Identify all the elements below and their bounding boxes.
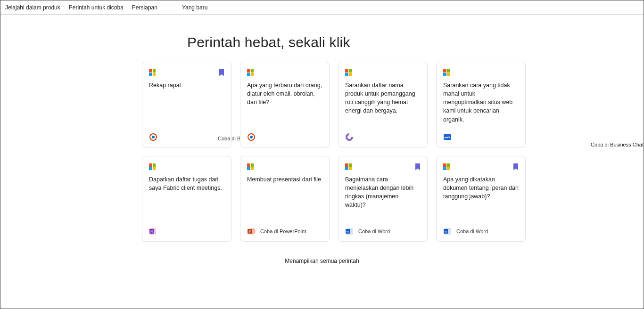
word-icon: W	[443, 227, 452, 236]
svg-point-1	[152, 136, 155, 138]
prompt-card[interactable]: Membuat presentasi dari file P Coba di P…	[240, 156, 330, 242]
prompt-text: Apa yang dikatakan dokumen tentang [pera…	[443, 175, 519, 201]
copilot-icon	[247, 133, 256, 141]
prompt-card[interactable]: Dapatkan daftar tugas dari saya Fabric c…	[142, 156, 231, 242]
prompt-text: Sarankan daftar nama produk untuk pemang…	[345, 81, 421, 115]
whiteboard-icon	[443, 133, 452, 141]
page-title: Perintah hebat, sekali klik	[187, 34, 644, 50]
svg-text:W: W	[444, 230, 447, 234]
svg-text:W: W	[346, 230, 349, 234]
bookmark-icon[interactable]	[513, 163, 519, 170]
prompt-card[interactable]: Rekap rapat Coba di Business Chat	[142, 62, 231, 147]
onenote-icon: N	[149, 227, 157, 236]
prompt-card[interactable]: Bagaimana cara menjelaskan dengan lebih …	[338, 156, 428, 242]
word-icon: W	[345, 227, 354, 236]
bookmark-icon[interactable]	[415, 163, 421, 170]
prompt-card[interactable]: Sarankan daftar nama produk untuk pemang…	[338, 62, 428, 147]
show-all-prompts-link[interactable]: Menampilkan semua perintah	[0, 258, 644, 264]
prompt-text: Rekap rapat	[149, 81, 224, 89]
prompt-text: Bagaimana cara menjelaskan dengan lebih …	[345, 175, 421, 210]
prompt-text: Apa yang terbaru dari orang, diatur oleh…	[247, 81, 322, 106]
svg-point-3	[250, 136, 253, 138]
svg-text:P: P	[248, 229, 251, 234]
microsoft-logo-icon	[247, 69, 254, 76]
microsoft-logo-icon	[345, 163, 352, 170]
card-cta-label: Coba di Word	[456, 228, 488, 234]
side-cta-label: Coba di Business Chat	[591, 142, 644, 147]
nav-setup[interactable]: Persiapan	[130, 3, 159, 12]
card-cta-label: Coba di Word	[358, 228, 390, 234]
microsoft-logo-icon	[345, 69, 352, 76]
prompt-card[interactable]: Apa yang dikatakan dokumen tentang [pera…	[436, 156, 526, 242]
prompt-text: Membuat presentasi dari file	[247, 175, 322, 184]
prompt-text: Dapatkan daftar tugas dari saya Fabric c…	[149, 175, 224, 192]
card-cta-label: Coba di PowerPoint	[260, 228, 306, 234]
microsoft-logo-icon	[149, 163, 156, 170]
prompt-card[interactable]: Sarankan cara yang tidak mahal untuk men…	[436, 62, 526, 147]
microsoft-logo-icon	[443, 69, 450, 76]
powerpoint-icon: P	[247, 227, 256, 236]
copilot-icon	[149, 133, 157, 141]
nav-try-commands[interactable]: Perintah untuk dicoba	[67, 3, 125, 12]
microsoft-logo-icon	[443, 163, 450, 170]
microsoft-logo-icon	[247, 163, 254, 170]
nav-explore[interactable]: Jelajahi dalam produk	[3, 3, 62, 12]
top-nav: Jelajahi dalam produk Perintah untuk dic…	[0, 0, 644, 15]
prompt-text: Sarankan cara yang tidak mahal untuk men…	[443, 81, 519, 124]
svg-text:N: N	[150, 229, 153, 234]
nav-whats-new[interactable]: Yang baru	[180, 3, 210, 12]
bookmark-icon[interactable]	[219, 69, 224, 76]
loop-icon	[345, 133, 354, 141]
prompt-card-grid: Rekap rapat Coba di Business Chat Apa ya…	[142, 62, 526, 242]
prompt-card[interactable]: Apa yang terbaru dari orang, diatur oleh…	[240, 62, 330, 147]
microsoft-logo-icon	[149, 69, 156, 76]
